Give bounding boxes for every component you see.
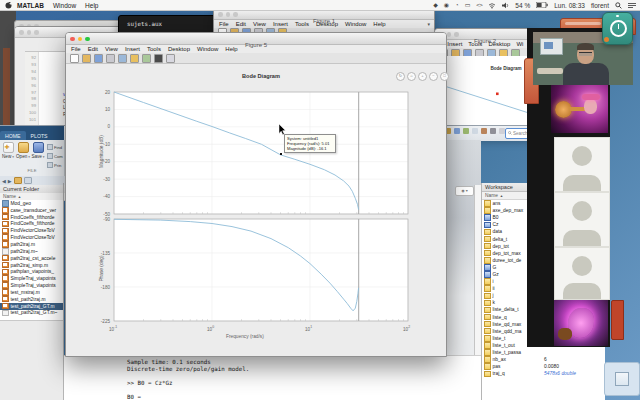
menu-item[interactable]: Help xyxy=(85,2,98,9)
orange-window-tab[interactable] xyxy=(611,300,624,340)
window-titlebar[interactable]: Figure 5 xyxy=(66,33,446,45)
desktop-dialog[interactable] xyxy=(604,362,640,396)
file-row[interactable]: path2traj_simp.m xyxy=(0,262,63,269)
menu-item[interactable]: Insert xyxy=(273,21,288,27)
grid-icon xyxy=(615,372,629,386)
file-row[interactable]: FindVectorCloseToV xyxy=(0,234,63,241)
participant-avatar-placeholder[interactable] xyxy=(554,247,610,300)
tick-label: 102 xyxy=(403,325,410,332)
zoom-icon[interactable] xyxy=(85,37,90,42)
file-row[interactable]: test_path2traj_GT.m~ xyxy=(0,310,63,317)
compare-button[interactable]: Com xyxy=(47,153,63,159)
quick-access-icon[interactable] xyxy=(472,128,478,134)
window-titlebar[interactable]: Figure 2 xyxy=(435,29,535,40)
pink-video-tile[interactable] xyxy=(554,300,608,346)
file-row[interactable]: SimpleTraj_viapoints xyxy=(0,275,63,282)
menu-item[interactable]: Window xyxy=(345,21,366,27)
file-row[interactable]: test_path2traj.m xyxy=(0,296,63,303)
participant-avatar-placeholder[interactable] xyxy=(554,192,610,247)
file-row[interactable]: test_path2traj_GT.m xyxy=(0,303,63,310)
zoom-icon[interactable] xyxy=(233,12,238,17)
file-icon xyxy=(2,303,9,310)
command-window[interactable]: Sample time: 0.1 secondsDiscrete-time ze… xyxy=(64,355,481,400)
close-icon[interactable] xyxy=(70,37,75,42)
menu-item[interactable]: Window xyxy=(53,2,76,9)
axes-tool-icon[interactable]: + xyxy=(418,72,427,81)
menu-clock[interactable]: Lun. 08:33 xyxy=(554,2,585,9)
folder-icon[interactable] xyxy=(14,177,22,184)
workspace-variable-row[interactable]: pas0.0080 xyxy=(482,363,605,370)
menu-item[interactable]: Help xyxy=(373,21,385,27)
shield-icon[interactable]: ◉ xyxy=(444,2,449,8)
forward-icon[interactable]: ▶ xyxy=(8,178,12,184)
new-button[interactable]: ✚ New ▾ xyxy=(1,142,15,159)
code-icon[interactable]: <> xyxy=(476,2,482,8)
minimize-icon[interactable] xyxy=(447,32,452,37)
file-row[interactable]: FindVectorCloseToV xyxy=(0,227,63,234)
zoom-icon[interactable] xyxy=(454,32,459,37)
apple-icon[interactable] xyxy=(5,1,12,9)
menu-item[interactable]: Tools xyxy=(295,21,309,27)
timer-widget[interactable] xyxy=(602,12,633,45)
trumpet-video-tile[interactable] xyxy=(551,85,608,133)
bode-plot[interactable] xyxy=(66,33,446,356)
file-row[interactable]: SimpleTraj_viapoints xyxy=(0,282,63,289)
menu-item[interactable]: Edit xyxy=(236,21,246,27)
menu-item[interactable]: Wi xyxy=(516,41,523,47)
tick-label: 20 xyxy=(96,90,110,95)
menu-item[interactable]: Insert xyxy=(447,41,462,47)
dropbox-icon[interactable]: ◆ xyxy=(433,2,438,8)
close-icon[interactable] xyxy=(218,12,223,17)
close-icon[interactable] xyxy=(19,30,24,35)
avatar-icon xyxy=(572,146,592,166)
zoom-icon[interactable] xyxy=(34,30,39,35)
chevron-down-icon[interactable]: ▾ xyxy=(427,21,430,27)
participant-avatar-placeholder[interactable] xyxy=(554,137,610,192)
person-body xyxy=(563,63,609,85)
time-machine-icon[interactable]: ◔ xyxy=(455,2,459,8)
axes-tool-icon[interactable]: − xyxy=(429,72,438,81)
workspace-variable-row[interactable]: traj_q5478x6 double xyxy=(482,370,605,377)
quick-access-icon[interactable] xyxy=(490,128,496,134)
variable-icon xyxy=(484,342,491,349)
file-row[interactable]: path2traj.m~ xyxy=(0,248,63,255)
save-button[interactable]: Save ▾ xyxy=(31,142,45,159)
file-row[interactable]: FindCoeffs_fifthorde xyxy=(0,214,63,221)
quick-access-icon[interactable] xyxy=(481,128,487,134)
back-icon[interactable]: ◀ xyxy=(2,178,6,184)
open-button[interactable]: Open ▾ xyxy=(16,142,30,159)
axes-tool-icon[interactable]: ↻ xyxy=(396,72,405,81)
file-row[interactable]: case_transducer_ver xyxy=(0,207,63,214)
axes-tool-icon[interactable]: □ xyxy=(440,72,449,81)
minimize-icon[interactable] xyxy=(27,30,32,35)
workspace-variable-row[interactable]: liste_t_passa xyxy=(482,349,605,356)
file-row[interactable]: test_mstraj.m xyxy=(0,289,63,296)
menu-item[interactable]: MATLAB xyxy=(17,2,44,9)
menu-user[interactable]: florent xyxy=(591,2,609,9)
quick-access-icon[interactable] xyxy=(454,128,460,134)
workspace-menu-box[interactable]: ◉ ▾ xyxy=(455,186,474,196)
menu-item[interactable]: View xyxy=(253,21,266,27)
menu-item[interactable]: File xyxy=(219,21,229,27)
display-icon[interactable]: ▭ xyxy=(465,2,471,8)
find-files-button[interactable]: Find xyxy=(47,144,62,150)
search-icon[interactable] xyxy=(615,2,622,9)
volume-icon[interactable] xyxy=(502,2,509,9)
datatip[interactable]: System: untitled1Frequency (rad/s): 5.01… xyxy=(284,134,336,153)
battery-icon[interactable] xyxy=(536,2,548,8)
minimize-icon[interactable] xyxy=(226,12,231,17)
wifi-icon[interactable] xyxy=(488,2,496,9)
folder-up-icon[interactable] xyxy=(24,177,32,184)
file-row[interactable]: path2traj.m xyxy=(0,241,63,248)
figure2-plot[interactable]: Bode Diagram xyxy=(436,56,534,135)
quick-access-icon[interactable] xyxy=(463,128,469,134)
notification-center-icon[interactable] xyxy=(628,2,636,9)
file-row[interactable]: FindCoeffs_fifthorde xyxy=(0,221,63,228)
workspace-variable-row[interactable]: nb_ax6 xyxy=(482,356,605,363)
axes-tool-icon[interactable]: ⌂ xyxy=(407,72,416,81)
axes-toolbar: ↻⌂+−□ xyxy=(396,72,449,81)
minimize-icon[interactable] xyxy=(78,37,83,42)
file-row[interactable]: Mod_geo xyxy=(0,200,63,207)
file-row[interactable]: path2traj_cst_accele xyxy=(0,255,63,262)
file-row[interactable]: pathplan_viapoints_ xyxy=(0,268,63,275)
